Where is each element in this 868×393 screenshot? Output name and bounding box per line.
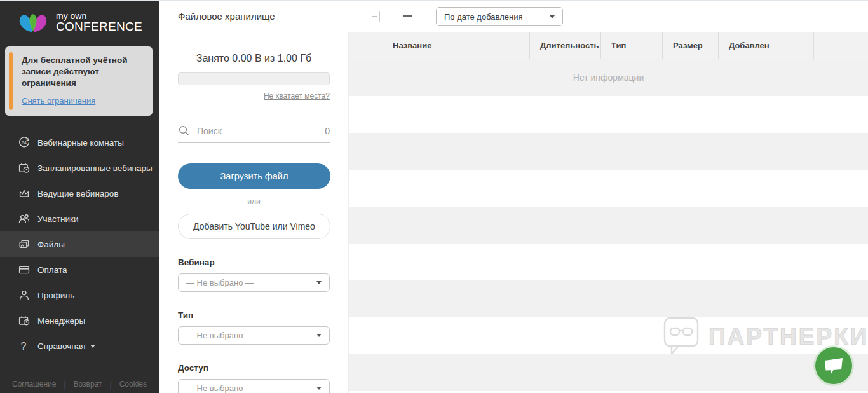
cookies-link[interactable]: Cookies [119, 380, 147, 389]
file-table: Название Длительность Тип Размер Добавле… [349, 32, 868, 393]
filter-label: Вебинар [178, 258, 330, 267]
profile-icon [18, 289, 31, 301]
type-select[interactable]: — Не выбрано — [178, 326, 330, 345]
sidebar-item-label: Запланированные вебинары [37, 163, 153, 173]
chevron-down-icon [550, 15, 555, 18]
column-header-duration: Длительность [529, 32, 600, 59]
remove-limits-link[interactable]: Снять ограничения [22, 96, 95, 106]
select-all-checkbox[interactable] [369, 11, 380, 22]
sidebar-item-label: Профиль [37, 291, 74, 300]
sidebar-footer: Соглашение | Возврат | Cookies [0, 380, 159, 389]
sidebar-item-files[interactable]: Файлы [0, 231, 159, 257]
access-select[interactable]: — Не выбрано — [178, 379, 330, 393]
filter-webinar: Вебинар — Не выбрано — [178, 258, 330, 292]
need-more-space-link[interactable]: Не хватает места? [264, 92, 330, 100]
sidebar-item-profile[interactable]: Профиль [0, 282, 159, 308]
table-row [349, 317, 868, 354]
sidebar: my own CONFERENCE Для бесплатной учётной… [0, 1, 159, 393]
webinar-select-value: — Не выбрано — [186, 278, 254, 287]
chevron-down-icon [316, 387, 322, 390]
column-header-added: Добавлен [718, 32, 813, 59]
add-youtube-vimeo-button[interactable]: Добавить YouTube или Vimeo [178, 214, 330, 239]
sidebar-item-managers[interactable]: Менеджеры [0, 308, 159, 333]
dash-indicator [403, 15, 412, 17]
sidebar-item-webinar-rooms[interactable]: 24 Вебинарные комнаты [0, 130, 159, 155]
column-header-type: Тип [600, 32, 662, 59]
sidebar-item-label: Участники [37, 214, 79, 224]
sidebar-item-label: Оплата [37, 265, 67, 275]
filter-type: Тип — Не выбрано — [178, 310, 330, 345]
or-divider: — или — [178, 197, 330, 206]
column-header-actions [813, 32, 868, 59]
table-row: Нет информации [349, 59, 868, 96]
search-icon [178, 125, 190, 137]
free-account-warning: Для бесплатной учётной записи действуют … [5, 46, 153, 116]
sidebar-item-help[interactable]: ? Справочная [0, 333, 159, 359]
logo-butterfly-icon [17, 10, 50, 35]
table-header: Название Длительность Тип Размер Добавле… [349, 32, 868, 59]
webinar-rooms-icon: 24 [18, 136, 31, 149]
files-icon [18, 238, 31, 251]
tools-panel: Занято 0.00 В из 1.00 Гб Не хватает мест… [159, 32, 349, 393]
filter-label: Доступ [178, 363, 330, 373]
sort-select[interactable]: По дате добавления [436, 7, 563, 26]
upload-file-button[interactable]: Загрузить файл [178, 163, 330, 189]
storage-usage-text: Занято 0.00 В из 1.00 Гб [178, 53, 330, 64]
table-row [349, 207, 868, 244]
empty-state-text: Нет информации [573, 72, 644, 83]
sidebar-item-label: Файлы [37, 240, 65, 249]
chat-bubble-icon [823, 356, 844, 375]
sidebar-item-label: Ведущие вебинаров [37, 189, 119, 198]
sidebar-item-webinar-hosts[interactable]: Ведущие вебинаров [0, 181, 159, 206]
warning-text: Для бесплатной учётной записи действуют … [22, 55, 144, 88]
sort-select-value: По дате добавления [444, 12, 522, 22]
type-select-value: — Не выбрано — [186, 331, 254, 340]
search-input[interactable] [197, 126, 325, 136]
chevron-down-icon [316, 334, 322, 337]
table-row [349, 244, 868, 280]
sidebar-item-label: Менеджеры [37, 316, 85, 326]
filter-access: Доступ — Не выбрано — [178, 363, 330, 393]
sidebar-nav: 24 Вебинарные комнаты Запланированные ве… [0, 130, 159, 359]
search-result-count: 0 [325, 126, 330, 136]
page-title: Файловое хранилище [178, 11, 275, 22]
credit-card-icon [18, 263, 31, 276]
table-row [349, 280, 868, 317]
access-select-value: — Не выбрано — [186, 383, 254, 393]
svg-text:24: 24 [22, 141, 27, 146]
storage-progress-bar [178, 72, 330, 85]
search-row: 0 [178, 125, 330, 143]
footer-separator: | [110, 380, 112, 389]
main-area: Файловое хранилище По дате добавления За… [159, 1, 868, 393]
chat-widget-button[interactable] [815, 347, 852, 384]
participants-icon [18, 212, 31, 225]
sidebar-item-scheduled-webinars[interactable]: Запланированные вебинары [0, 155, 159, 181]
chevron-down-icon [90, 345, 95, 348]
refund-link[interactable]: Возврат [74, 380, 102, 389]
sidebar-item-participants[interactable]: Участники [0, 206, 159, 231]
crown-icon [18, 187, 31, 200]
sidebar-item-payment[interactable]: Оплата [0, 257, 159, 282]
table-row [349, 133, 868, 170]
sidebar-item-label: Справочная [37, 341, 86, 351]
logo-text: my own CONFERENCE [56, 11, 142, 34]
svg-text:?: ? [21, 341, 27, 352]
app-logo[interactable]: my own CONFERENCE [0, 1, 159, 41]
topbar: Файловое хранилище По дате добавления [159, 1, 868, 32]
logo-line2: CONFERENCE [56, 20, 142, 33]
table-row [349, 170, 868, 207]
filter-label: Тип [178, 310, 330, 320]
logo-line1: my own [56, 11, 142, 21]
calendar-clock-icon [18, 162, 31, 174]
storage-link-row: Не хватает места? [178, 90, 330, 101]
content: Занято 0.00 В из 1.00 Гб Не хватает мест… [159, 32, 868, 393]
agreement-link[interactable]: Соглашение [12, 380, 56, 389]
table-row [349, 354, 868, 391]
question-icon: ? [18, 340, 31, 352]
sidebar-item-label: Вебинарные комнаты [37, 138, 124, 148]
column-header-size: Размер [662, 32, 718, 59]
column-header-name: Название [349, 32, 529, 59]
managers-icon [18, 314, 31, 327]
webinar-select[interactable]: — Не выбрано — [178, 273, 330, 292]
table-row [349, 96, 868, 133]
